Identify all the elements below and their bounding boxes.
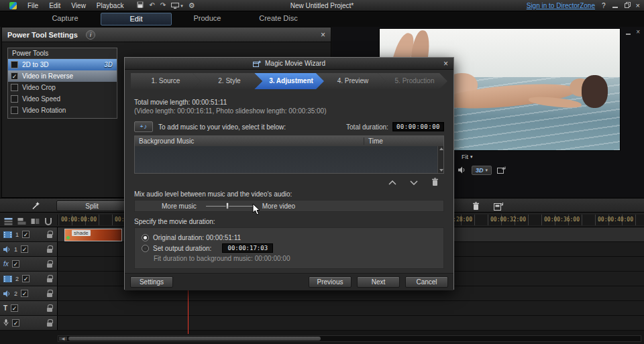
- volume-icon[interactable]: [458, 164, 466, 176]
- voice-track-header[interactable]: ✓: [0, 316, 58, 330]
- storyboard-view-icon[interactable]: [31, 216, 40, 228]
- tool-2d-to-3d[interactable]: 2D to 3D 3D: [8, 59, 117, 70]
- tool-video-crop[interactable]: Video Crop: [8, 82, 117, 93]
- track-enable-checkbox[interactable]: ✓: [22, 231, 30, 238]
- add-music-button[interactable]: +♪: [134, 121, 153, 132]
- restore-button[interactable]: [625, 3, 629, 8]
- tool-checkbox[interactable]: [11, 84, 18, 91]
- audio-mix-slider[interactable]: [206, 206, 253, 207]
- original-duration-radio[interactable]: [142, 234, 149, 241]
- tab-create-disc[interactable]: Create Disc: [243, 13, 314, 25]
- next-button[interactable]: Next: [357, 276, 400, 288]
- video-track-1-header[interactable]: 1 ✓: [0, 227, 58, 241]
- column-time[interactable]: Time: [364, 137, 443, 145]
- menu-playback[interactable]: Playback: [91, 2, 129, 9]
- fit-dropdown[interactable]: Fit▾: [462, 154, 473, 160]
- title-track[interactable]: [58, 301, 644, 315]
- scrollbar-thumb[interactable]: [68, 337, 321, 341]
- track-enable-checkbox[interactable]: ✓: [21, 245, 28, 253]
- track-enable-checkbox[interactable]: ✓: [12, 260, 19, 268]
- project-title: New Untitled Project*: [290, 2, 354, 9]
- timeline-scrollbar[interactable]: ◀: [58, 335, 641, 342]
- track-enable-checkbox[interactable]: ✓: [11, 304, 18, 312]
- settings-button[interactable]: Settings: [130, 276, 173, 288]
- info-icon[interactable]: i: [86, 30, 95, 40]
- wizard-close-button[interactable]: ×: [443, 59, 448, 68]
- close-button[interactable]: ×: [636, 2, 640, 9]
- output-duration-input[interactable]: [222, 243, 273, 253]
- effect-track-header[interactable]: fx ✓: [0, 257, 58, 271]
- scroll-left-button[interactable]: ◀: [59, 337, 67, 341]
- cancel-button[interactable]: Cancel: [405, 276, 448, 288]
- undock-preview-icon[interactable]: [497, 164, 506, 176]
- preview-minimize-icon[interactable]: [626, 30, 631, 35]
- split-button[interactable]: Split: [56, 200, 127, 211]
- scroll-up-icon[interactable]: [439, 148, 443, 150]
- music-list[interactable]: [135, 146, 443, 173]
- lock-icon[interactable]: [47, 304, 52, 312]
- preview-close-icon[interactable]: ×: [636, 29, 640, 36]
- track-number: 1: [15, 231, 19, 238]
- step-source[interactable]: 1. Source: [131, 73, 201, 89]
- step-adjustment[interactable]: 3. Adjustment: [254, 73, 324, 89]
- display-icon[interactable]: ▾: [171, 3, 183, 9]
- menu-edit[interactable]: Edit: [44, 2, 66, 9]
- help-icon[interactable]: ?: [602, 2, 606, 9]
- tool-checkbox[interactable]: [11, 61, 18, 68]
- audio-track-1-header[interactable]: 1 ✓: [0, 242, 58, 256]
- undo-icon[interactable]: ↶: [149, 2, 154, 9]
- previous-button[interactable]: Previous: [309, 276, 352, 288]
- timeline-clip[interactable]: shade: [64, 229, 122, 241]
- set-output-duration-radio[interactable]: [142, 245, 149, 252]
- track-enable-checkbox[interactable]: ✓: [12, 319, 19, 327]
- power-panel-close-button[interactable]: ×: [321, 30, 325, 40]
- tool-video-rotation[interactable]: Video Rotation: [8, 105, 117, 116]
- move-down-button[interactable]: [410, 179, 418, 186]
- tab-produce[interactable]: Produce: [172, 13, 243, 25]
- step-style[interactable]: 2. Style: [193, 73, 262, 89]
- lock-icon[interactable]: [47, 231, 52, 238]
- track-enable-checkbox[interactable]: ✓: [22, 275, 30, 282]
- lock-icon[interactable]: [47, 245, 52, 253]
- tool-video-in-reverse[interactable]: ✓ Video in Reverse: [8, 70, 117, 82]
- video-track-2-header[interactable]: 2 ✓: [0, 272, 58, 286]
- music-list-scrollbar[interactable]: [437, 146, 443, 173]
- scroll-down-icon[interactable]: [439, 169, 443, 172]
- menu-view[interactable]: View: [66, 2, 91, 9]
- lock-icon[interactable]: [47, 319, 52, 327]
- lock-icon[interactable]: [47, 260, 52, 268]
- tab-capture[interactable]: Capture: [30, 13, 101, 25]
- track-enable-checkbox[interactable]: ✓: [21, 290, 28, 297]
- slider-thumb[interactable]: [225, 203, 229, 210]
- tab-edit[interactable]: Edit: [101, 13, 172, 25]
- tool-checkbox[interactable]: [11, 107, 18, 114]
- lock-icon[interactable]: [47, 290, 52, 297]
- step-production[interactable]: 5. Production: [378, 73, 447, 89]
- track-manager-icon[interactable]: [4, 216, 13, 228]
- audio-track-2-header[interactable]: 2 ✓: [0, 286, 58, 300]
- 3d-mode-button[interactable]: 3D▾: [472, 166, 492, 175]
- lock-icon[interactable]: [47, 275, 52, 282]
- trash-icon[interactable]: [472, 201, 480, 213]
- snap-icon[interactable]: [44, 216, 52, 228]
- move-up-button[interactable]: [388, 179, 396, 186]
- save-icon[interactable]: [137, 1, 144, 9]
- column-background-music[interactable]: Background Music: [135, 137, 364, 145]
- redo-icon[interactable]: ↷: [160, 2, 166, 9]
- produce-range-icon[interactable]: [494, 201, 503, 213]
- menu-file[interactable]: File: [22, 2, 44, 9]
- tool-checkbox[interactable]: ✓: [11, 72, 18, 80]
- timeline-view-icon[interactable]: [17, 216, 26, 228]
- step-preview[interactable]: 4. Preview: [316, 73, 386, 89]
- wizard-titlebar[interactable]: Magic Movie Wizard ×: [125, 58, 453, 70]
- signin-link[interactable]: Sign in to DirectorZone: [527, 2, 595, 9]
- tool-video-speed[interactable]: Video Speed: [8, 93, 117, 105]
- voice-track[interactable]: [58, 316, 644, 330]
- delete-music-button[interactable]: [431, 178, 439, 188]
- clip-status-dot: [66, 236, 70, 239]
- tool-checkbox[interactable]: [11, 95, 18, 103]
- settings-gear-icon[interactable]: ⚙: [189, 2, 195, 9]
- minimize-button[interactable]: [612, 3, 618, 8]
- magic-wand-icon[interactable]: [31, 201, 40, 213]
- title-track-header[interactable]: T ✓: [0, 301, 58, 315]
